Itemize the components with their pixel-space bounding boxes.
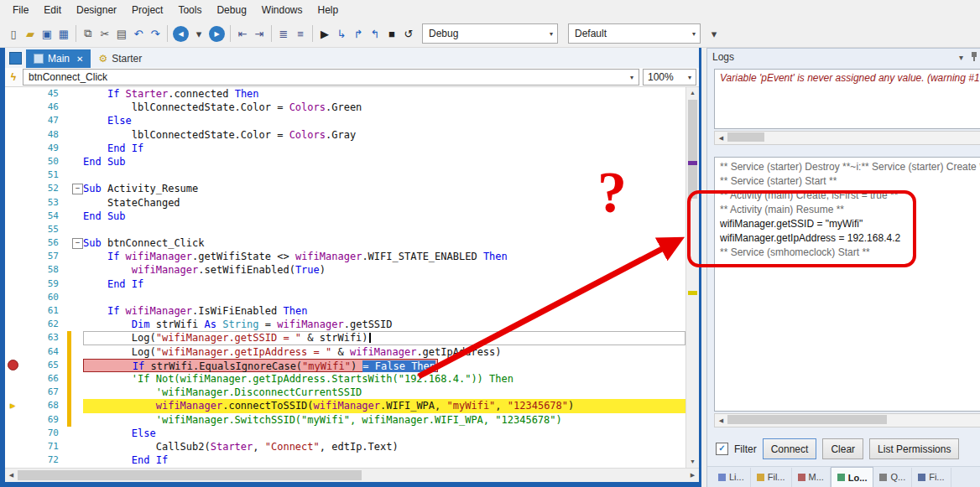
menu-edit[interactable]: Edit xyxy=(36,1,69,19)
code-line[interactable]: 57 If wifiManager.getWifiState <> wifiMa… xyxy=(5,250,685,263)
breakpoint-margin[interactable] xyxy=(5,101,20,114)
back-history-dropdown-icon[interactable]: ▾ xyxy=(190,24,207,43)
open-folder-icon[interactable]: ▰ xyxy=(22,24,39,43)
scroll-thumb[interactable] xyxy=(727,415,887,424)
breakpoint-margin[interactable] xyxy=(5,223,20,236)
code-line[interactable]: 71 CallSub2(Starter, "Connect", edtIp.Te… xyxy=(5,440,685,453)
breakpoint-dot[interactable] xyxy=(5,359,20,372)
step-into-icon[interactable]: ↳ xyxy=(333,24,350,43)
breakpoint-margin[interactable] xyxy=(5,291,20,304)
paste-icon[interactable]: ▤ xyxy=(113,24,130,43)
build-config-select[interactable]: Default▾ xyxy=(568,23,701,44)
breakpoint-margin[interactable] xyxy=(5,386,20,399)
logs-scrollbar[interactable]: ◀ ▶ xyxy=(714,413,980,427)
navigate-forward-icon[interactable]: ▶ xyxy=(209,26,225,42)
connect-button[interactable]: Connect xyxy=(763,438,817,459)
cut-icon[interactable]: ✂ xyxy=(96,24,113,43)
code-line[interactable]: 51 xyxy=(5,168,685,182)
execution-arrow-icon[interactable]: ▶ xyxy=(5,399,20,412)
tab-main[interactable]: Main✕ xyxy=(26,49,91,68)
undo-icon[interactable]: ↶ xyxy=(130,24,147,43)
menu-designer[interactable]: Designer xyxy=(69,1,124,19)
step-out-icon[interactable]: ↰ xyxy=(367,24,383,43)
uncomment-icon[interactable]: ≡ xyxy=(292,24,309,43)
breakpoint-margin[interactable] xyxy=(5,304,20,318)
code-line[interactable]: 54End Sub xyxy=(5,210,685,223)
breakpoint-margin[interactable] xyxy=(5,128,20,142)
log-line[interactable]: ** Activity (main) Create, isFirst = tru… xyxy=(720,189,980,203)
breakpoint-margin[interactable] xyxy=(5,277,20,291)
menu-help[interactable]: Help xyxy=(310,1,347,19)
breakpoint-margin[interactable] xyxy=(5,453,20,467)
breakpoint-margin[interactable] xyxy=(5,427,20,440)
code-line[interactable]: 69 'wifiManager.SwitchSSID("myWifi", wif… xyxy=(5,413,685,427)
breakpoint-margin[interactable] xyxy=(5,210,20,223)
copy-icon[interactable]: ⧉ xyxy=(80,24,96,43)
code-line[interactable]: 72 End If xyxy=(5,453,685,467)
fold-collapse-icon[interactable]: − xyxy=(72,184,83,194)
log-line[interactable]: ** Service (starter) Start ** xyxy=(720,174,980,189)
code-line[interactable]: 46 lblConnectedState.Color = Colors.Gree… xyxy=(5,101,685,114)
save-all-icon[interactable]: ▦ xyxy=(55,24,72,43)
code-line[interactable]: 56−Sub btnConnect_Click xyxy=(5,236,685,250)
step-over-icon[interactable]: ↱ xyxy=(350,24,367,43)
fold-collapse-icon[interactable]: − xyxy=(72,238,83,249)
breakpoint-margin[interactable] xyxy=(5,182,20,195)
log-line[interactable]: wifiManager.getIpAddress = 192.168.4.2 xyxy=(720,231,980,246)
log-line[interactable]: ** Service (starter) Destroy **~i:** Ser… xyxy=(720,160,980,174)
breakpoint-margin[interactable] xyxy=(5,168,20,182)
chevron-down-icon[interactable]: ▾ xyxy=(954,53,967,62)
log-line[interactable]: ** Activity (main) Resume ** xyxy=(720,203,980,217)
panel-tab-fil[interactable]: Fil... xyxy=(751,468,792,487)
menu-debug[interactable]: Debug xyxy=(209,1,253,19)
scroll-left-arrow[interactable]: ◀ xyxy=(715,135,727,142)
zoom-select[interactable]: 100% ▾ xyxy=(643,69,696,85)
panel-tab-q[interactable]: Q... xyxy=(873,468,912,487)
scroll-thumb[interactable] xyxy=(688,100,697,199)
menu-tools[interactable]: Tools xyxy=(170,1,209,19)
indent-icon[interactable]: ⇥ xyxy=(251,24,268,43)
code-line[interactable]: 58 wifiManager.setWifiEnabled(True) xyxy=(5,263,685,277)
code-line[interactable]: 60 xyxy=(5,291,685,304)
breakpoint-margin[interactable] xyxy=(5,263,20,277)
menu-windows[interactable]: Windows xyxy=(254,1,310,19)
comment-icon[interactable]: ≣ xyxy=(275,24,292,43)
stop-icon[interactable]: ■ xyxy=(383,24,400,43)
scroll-track[interactable] xyxy=(727,132,979,144)
navigate-back-icon[interactable]: ◀ xyxy=(173,26,189,42)
code-line[interactable]: 45 If Starter.connected Then xyxy=(5,87,685,101)
member-select[interactable]: btnConnect_Click ▾ xyxy=(23,69,639,85)
menu-file[interactable]: File xyxy=(5,1,36,19)
redo-icon[interactable]: ↷ xyxy=(147,24,164,43)
breakpoint-margin[interactable] xyxy=(5,250,20,263)
code-line[interactable]: 49 End If xyxy=(5,142,685,155)
clear-button[interactable]: Clear xyxy=(822,438,863,459)
breakpoint-margin[interactable] xyxy=(5,196,20,210)
close-tab-icon[interactable]: ✕ xyxy=(76,54,83,64)
code-line[interactable]: 55 xyxy=(5,223,685,236)
code-line[interactable]: 61 If wifiManager.IsWiFiEnabled Then xyxy=(5,304,685,318)
save-icon[interactable]: ▣ xyxy=(39,24,55,43)
scroll-track[interactable] xyxy=(18,469,686,482)
scroll-left-arrow[interactable]: ◀ xyxy=(715,417,727,424)
breakpoint-margin[interactable] xyxy=(5,114,20,127)
breakpoint-dot[interactable] xyxy=(8,360,18,370)
scroll-down-arrow[interactable]: ▼ xyxy=(686,456,699,468)
outdent-icon[interactable]: ⇤ xyxy=(234,24,251,43)
debug-mode-select[interactable]: Debug▾ xyxy=(422,23,558,44)
breakpoint-margin[interactable] xyxy=(5,440,20,453)
code-line[interactable]: 59 End If xyxy=(5,277,685,291)
restart-icon[interactable]: ↺ xyxy=(400,24,417,43)
log-line[interactable]: wifiManager.getSSID = "myWifi" xyxy=(720,217,980,231)
pin-icon[interactable] xyxy=(967,52,980,63)
new-file-icon[interactable]: ▯ xyxy=(5,24,22,43)
scroll-thumb[interactable] xyxy=(727,132,764,142)
code-line[interactable]: 66 'If Not(wifiManager.getIpAddress.Star… xyxy=(5,372,685,386)
scroll-right-arrow[interactable]: ▶ xyxy=(686,472,699,479)
panel-tab-fi[interactable]: Fi... xyxy=(912,468,951,487)
breakpoint-margin[interactable] xyxy=(5,331,20,345)
panel-tab-m[interactable]: M... xyxy=(792,468,831,487)
code-line[interactable]: 62 Dim strWifi As String = wifiManager.g… xyxy=(5,318,685,331)
filter-checkbox[interactable]: ✓ xyxy=(716,443,728,455)
code-line[interactable]: 53 StateChanged xyxy=(5,196,685,210)
